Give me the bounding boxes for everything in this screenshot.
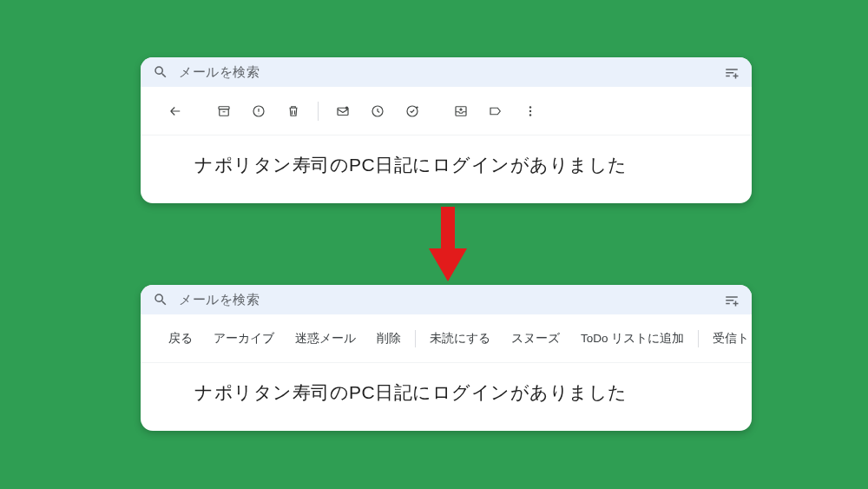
archive-icon	[216, 103, 232, 119]
snooze-button[interactable]	[360, 94, 395, 129]
move-to-button[interactable]	[444, 94, 478, 129]
delete-button[interactable]	[276, 94, 311, 129]
spam-button[interactable]	[241, 94, 276, 129]
snooze-label[interactable]: スヌーズ	[501, 331, 570, 347]
separator	[318, 102, 319, 121]
add-task-button[interactable]	[395, 94, 430, 129]
svg-point-11	[529, 114, 531, 116]
gmail-panel-after: メールを検索 戻る アーカイブ 迷惑メール 削除 未読にする スヌーズ ToDo…	[141, 285, 752, 431]
more-button[interactable]	[513, 94, 548, 129]
gmail-panel-before: メールを検索 ナポリタン寿司のPC日記にログインがありました	[141, 57, 752, 203]
svg-point-3	[259, 113, 260, 114]
back-button[interactable]	[158, 94, 193, 129]
email-subject: ナポリタン寿司のPC日記にログインがありました	[141, 135, 752, 177]
transition-arrow	[429, 207, 467, 281]
archive-button[interactable]	[207, 94, 241, 129]
svg-rect-1	[220, 109, 229, 116]
tune-icon[interactable]	[724, 64, 740, 80]
mark-unread-button[interactable]	[326, 94, 360, 129]
separator	[698, 330, 699, 347]
inbox-label[interactable]: 受信ト	[702, 331, 752, 347]
email-subject: ナポリタン寿司のPC日記にログインがありました	[141, 363, 752, 405]
back-label[interactable]: 戻る	[158, 331, 203, 347]
delete-icon	[286, 103, 301, 119]
add-task-icon	[404, 103, 420, 119]
archive-label[interactable]: アーカイブ	[203, 331, 285, 347]
search-bar[interactable]: メールを検索	[141, 57, 752, 87]
report-spam-icon	[251, 103, 266, 119]
svg-marker-13	[429, 248, 467, 281]
toolbar-icons	[141, 87, 752, 135]
tune-icon[interactable]	[724, 292, 740, 307]
search-bar[interactable]: メールを検索	[141, 285, 752, 314]
search-icon	[153, 292, 168, 307]
labels-icon	[488, 103, 503, 119]
labels-button[interactable]	[478, 94, 513, 129]
search-icon	[153, 64, 168, 80]
move-to-inbox-icon	[453, 103, 469, 119]
svg-point-9	[529, 106, 531, 108]
more-icon	[523, 103, 538, 119]
svg-point-5	[345, 106, 348, 109]
toolbar-text: 戻る アーカイブ 迷惑メール 削除 未読にする スヌーズ ToDo リストに追加…	[141, 314, 752, 363]
svg-point-10	[529, 109, 531, 111]
search-placeholder: メールを検索	[179, 64, 260, 81]
unread-label[interactable]: 未読にする	[419, 331, 501, 347]
delete-label[interactable]: 削除	[366, 331, 411, 347]
svg-rect-12	[441, 207, 455, 250]
back-arrow-icon	[168, 103, 183, 119]
spam-label[interactable]: 迷惑メール	[285, 331, 366, 347]
snooze-icon	[370, 103, 385, 119]
todo-label[interactable]: ToDo リストに追加	[570, 331, 694, 347]
arrow-down-icon	[429, 207, 467, 281]
separator	[415, 330, 416, 347]
mark-unread-icon	[335, 103, 351, 119]
search-placeholder: メールを検索	[179, 292, 260, 308]
